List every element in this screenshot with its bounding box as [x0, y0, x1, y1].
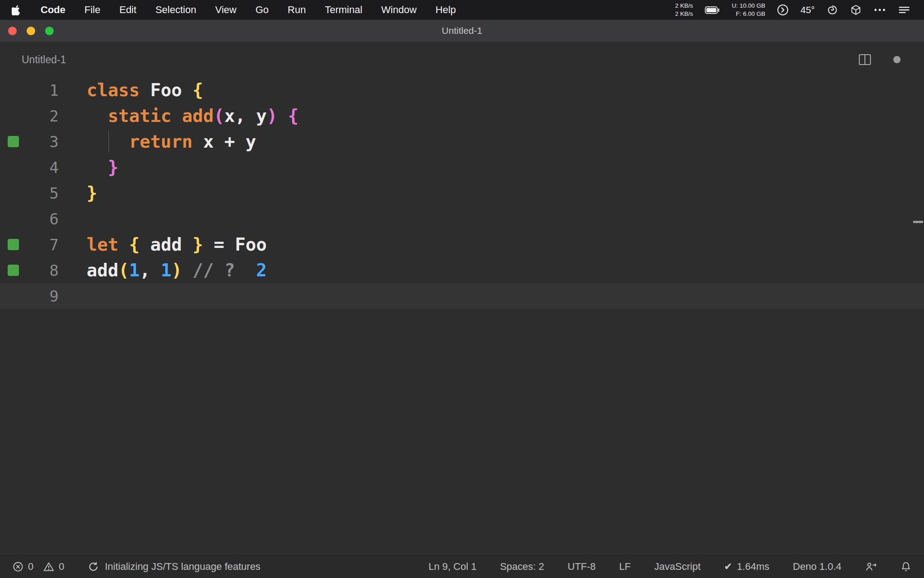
encoding[interactable]: UTF-8: [568, 561, 596, 573]
traffic-lights: [8, 20, 54, 42]
net-down-speed: 2 KB/s: [675, 10, 693, 18]
line-number[interactable]: 6: [25, 210, 59, 228]
close-button[interactable]: [8, 27, 17, 35]
code-line-text: add(1, 1) // ? 2: [87, 260, 267, 280]
deno-version[interactable]: Deno 1.0.4: [793, 561, 841, 573]
menu-code[interactable]: Code: [41, 4, 65, 16]
line-number[interactable]: 5: [25, 184, 59, 202]
line-number[interactable]: 1: [25, 81, 59, 99]
menu-selection[interactable]: Selection: [155, 4, 196, 16]
unsaved-indicator: [893, 56, 901, 63]
menu-terminal[interactable]: Terminal: [325, 4, 362, 16]
tab-untitled-1[interactable]: Untitled-1: [22, 53, 66, 65]
memory-used: U: 10.00 GB: [732, 2, 765, 10]
apple-menu[interactable]: [12, 5, 21, 15]
language-mode[interactable]: JavaScript: [654, 561, 701, 573]
list-icon[interactable]: [898, 4, 910, 16]
title-bar: Untitled-1: [0, 20, 924, 42]
ellipsis-icon[interactable]: [873, 4, 886, 16]
code-line-8[interactable]: 8add(1, 1) // ? 2: [0, 257, 924, 283]
menu-bar-status: 2 KB/s 2 KB/s U: 10.00 GB F: 6.00 GB: [675, 2, 910, 18]
code-line-7[interactable]: 7let { add } = Foo: [0, 232, 924, 257]
bell-icon[interactable]: [901, 561, 911, 572]
editor-actions: [858, 54, 901, 65]
menu-run[interactable]: Run: [288, 4, 306, 16]
feedback-icon[interactable]: [865, 561, 877, 572]
menu-file[interactable]: File: [84, 4, 100, 16]
battery-icon[interactable]: [705, 6, 720, 14]
quokka-coverage-marker: [8, 239, 19, 250]
editor-header: Untitled-1: [0, 42, 924, 77]
warning-count: 0: [59, 561, 64, 573]
network-speed[interactable]: 2 KB/s 2 KB/s: [675, 2, 693, 18]
memory-free: F: 6.00 GB: [736, 10, 765, 18]
overview-ruler-mark: [913, 221, 923, 223]
code-line-3[interactable]: 3 return x + y: [0, 129, 924, 154]
menu-go[interactable]: Go: [255, 4, 268, 16]
code-line-text: class Foo {: [87, 80, 203, 100]
menu-bar-items: CodeFileEditSelectionViewGoRunTerminalWi…: [41, 4, 456, 16]
split-editor-icon[interactable]: [858, 54, 872, 65]
line-number[interactable]: 2: [25, 107, 59, 125]
gutter-marker-cell: [0, 136, 25, 147]
code-line-2[interactable]: 2 static add(x, y) {: [0, 103, 924, 129]
swirl-icon[interactable]: [827, 4, 838, 16]
status-message-text: Initializing JS/TS language features: [105, 561, 261, 573]
error-count: 0: [28, 561, 33, 573]
indentation[interactable]: Spaces: 2: [500, 561, 544, 573]
code-area[interactable]: 1class Foo {2 static add(x, y) {3 return…: [0, 77, 924, 309]
status-bar-right: Ln 9, Col 1 Spaces: 2 UTF-8 LF JavaScrip…: [429, 561, 911, 573]
line-number[interactable]: 3: [25, 133, 59, 151]
minimize-button[interactable]: [27, 27, 35, 35]
status-message[interactable]: Initializing JS/TS language features: [88, 561, 261, 573]
line-number[interactable]: 9: [25, 287, 59, 305]
quokka-coverage-marker: [8, 265, 19, 276]
apple-icon: [12, 5, 21, 15]
quokka-status[interactable]: ✔ 1.64ms: [724, 561, 770, 573]
code-line-text: return x + y: [87, 131, 256, 152]
line-number[interactable]: 4: [25, 158, 59, 177]
code-line-1[interactable]: 1class Foo {: [0, 77, 924, 103]
menu-window[interactable]: Window: [381, 4, 416, 16]
warning-icon: [43, 561, 54, 572]
memory-usage[interactable]: U: 10.00 GB F: 6.00 GB: [732, 2, 765, 18]
line-number[interactable]: 7: [25, 236, 59, 254]
net-up-speed: 2 KB/s: [675, 2, 693, 10]
menu-bar: CodeFileEditSelectionViewGoRunTerminalWi…: [0, 0, 924, 20]
code-line-9[interactable]: 9: [0, 283, 924, 309]
line-number[interactable]: 8: [25, 261, 59, 280]
gutter-marker-cell: [0, 265, 25, 276]
cursor-position[interactable]: Ln 9, Col 1: [429, 561, 476, 573]
code-line-6[interactable]: 6: [0, 206, 924, 232]
code-line-text: static add(x, y) {: [87, 106, 299, 126]
gutter-marker-cell: [0, 239, 25, 250]
eol-selector[interactable]: LF: [619, 561, 631, 573]
menu-help[interactable]: Help: [435, 4, 456, 16]
menu-edit[interactable]: Edit: [119, 4, 136, 16]
menu-view[interactable]: View: [215, 4, 236, 16]
code-line-text: }: [87, 157, 118, 177]
screen: CodeFileEditSelectionViewGoRunTerminalWi…: [0, 0, 924, 578]
chevron-circle-icon[interactable]: [777, 4, 789, 16]
quokka-time: 1.64ms: [737, 561, 769, 573]
window-title: Untitled-1: [442, 25, 482, 36]
problems-indicator[interactable]: 0 0: [13, 561, 65, 573]
code-line-text: }: [87, 183, 97, 203]
code-line-text: let { add } = Foo: [87, 234, 267, 255]
check-icon: ✔: [724, 561, 732, 573]
indent-guide: [108, 131, 109, 152]
code-line-4[interactable]: 4 }: [0, 154, 924, 180]
zoom-button[interactable]: [45, 27, 54, 35]
sync-icon: [88, 561, 99, 572]
status-bar: 0 0 Initializing JS/TS: [0, 555, 924, 578]
temperature[interactable]: 45°: [800, 5, 815, 15]
cube-icon[interactable]: [850, 4, 862, 16]
error-icon: [13, 561, 23, 572]
quokka-coverage-marker: [8, 136, 19, 147]
code-line-5[interactable]: 5}: [0, 180, 924, 206]
